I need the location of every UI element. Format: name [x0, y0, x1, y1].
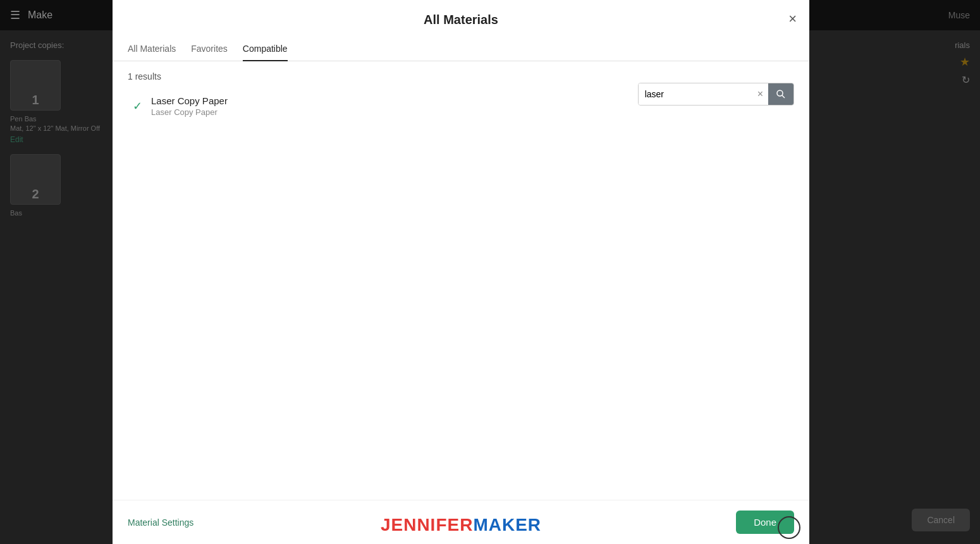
svg-point-0 — [777, 90, 783, 96]
search-submit-button[interactable] — [768, 83, 793, 105]
modal-header: All Materials × — [113, 0, 809, 37]
modal-tabs: All Materials Favorites Compatible — [113, 37, 809, 61]
done-button[interactable]: Done — [736, 511, 794, 534]
tab-compatible[interactable]: Compatible — [243, 37, 288, 61]
results-count: 1 results — [128, 71, 794, 82]
tab-favorites[interactable]: Favorites — [191, 37, 228, 61]
search-bar: × — [638, 83, 794, 106]
logo-maker: MAKER — [473, 515, 541, 535]
result-name: Laser Copy Paper — [151, 95, 228, 106]
logo-container: JENNIFERMAKER — [381, 515, 541, 535]
search-input[interactable] — [639, 83, 752, 105]
result-text: Laser Copy Paper Laser Copy Paper — [151, 95, 228, 117]
logo: JENNIFERMAKER — [381, 515, 541, 535]
modal-close-button[interactable]: × — [788, 12, 797, 26]
modal-title: All Materials — [424, 13, 498, 27]
modal-body: 1 results ✓ Laser Copy Paper Laser Copy … — [113, 61, 809, 500]
result-subtitle: Laser Copy Paper — [151, 107, 228, 117]
search-icon — [776, 89, 786, 99]
svg-line-1 — [782, 95, 785, 98]
modal-footer: Material Settings JENNIFERMAKER Done — [113, 500, 809, 544]
modal-all-materials: All Materials × All Materials Favorites … — [113, 0, 809, 544]
done-label: Done — [754, 517, 776, 528]
material-settings-link[interactable]: Material Settings — [128, 517, 193, 528]
search-clear-button[interactable]: × — [752, 83, 768, 105]
check-icon: ✓ — [133, 99, 142, 113]
logo-jennifer: JENNIFER — [381, 515, 473, 535]
tab-all-materials[interactable]: All Materials — [128, 37, 176, 61]
tabs-container: All Materials Favorites Compatible × — [113, 37, 809, 61]
